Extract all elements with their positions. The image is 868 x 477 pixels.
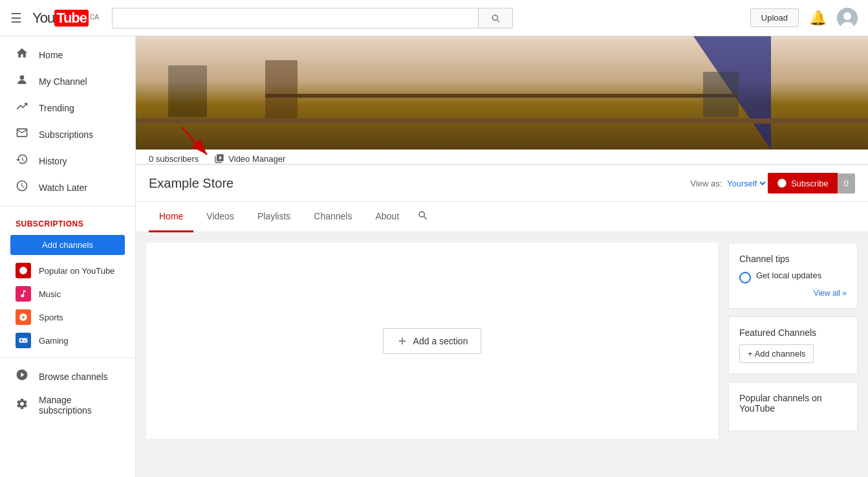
sidebar: Home My Channel Trending Subscriptions H… (0, 36, 136, 477)
channel-info-bar: Example Store View as: Yourself Subscrib… (136, 165, 868, 202)
sub-item-label: Gaming (39, 336, 69, 346)
trending-icon (16, 100, 28, 116)
channel-main-area: Add a section (146, 243, 718, 439)
sidebar-item-history[interactable]: History (0, 148, 135, 174)
view-all-link[interactable]: View all » (739, 289, 847, 298)
sidebar-item-subscriptions[interactable]: Subscriptions (0, 121, 135, 148)
channel-banner (136, 36, 868, 150)
search-input[interactable] (112, 8, 478, 28)
featured-channels-title: Featured Channels (739, 327, 847, 338)
popular-icon (16, 263, 31, 278)
subscribe-button-group: Subscribe 0 (768, 173, 855, 194)
search-bar (112, 8, 513, 28)
sidebar-item-label: History (39, 156, 67, 166)
upload-button[interactable]: Upload (750, 8, 799, 27)
add-channels-widget-button[interactable]: + Add channels (739, 344, 814, 363)
manage-subs-icon (16, 397, 28, 414)
divider2 (0, 357, 135, 358)
right-actions: Upload 🔔 (750, 8, 858, 28)
sidebar-item-label: My Channel (39, 76, 87, 87)
top-navigation: ☰ YouTube CA Upload 🔔 (0, 0, 868, 36)
search-button[interactable] (478, 8, 513, 28)
local-updates-icon (739, 272, 751, 283)
channel-tabs: Home Videos Playlists Channels About (136, 202, 868, 232)
home-icon (16, 47, 28, 63)
divider (0, 206, 135, 206)
tab-playlists[interactable]: Playlists (247, 202, 301, 232)
sidebar-item-label: Trending (39, 103, 74, 113)
tab-about[interactable]: About (365, 202, 409, 232)
logo[interactable]: YouTube CA (32, 10, 99, 27)
sidebar-item-watchlater[interactable]: Watch Later (0, 174, 135, 201)
sports-icon (16, 309, 31, 325)
sidebar-item-label: Subscriptions (39, 129, 93, 140)
hamburger-menu[interactable]: ☰ (10, 10, 22, 26)
add-section-label: Add a section (413, 336, 468, 346)
avatar[interactable] (837, 8, 858, 28)
local-updates-item: Get local updates (739, 271, 847, 283)
browse-channels-icon (16, 368, 28, 384)
svg-point-1 (843, 12, 851, 20)
channel-body: Add a section Channel tips Get local upd… (136, 232, 868, 449)
popular-channels-title: Popular channels on YouTube (739, 393, 847, 414)
tab-videos[interactable]: Videos (196, 202, 244, 232)
add-section-button[interactable]: Add a section (383, 328, 482, 354)
sub-item-label: Music (39, 289, 61, 299)
sub-item-label: Popular on YouTube (39, 266, 114, 276)
sub-item-popular[interactable]: Popular on YouTube (0, 259, 135, 282)
view-as-label: View as: Yourself (690, 178, 768, 189)
sidebar-item-label: Home (39, 50, 63, 60)
channel-tips-widget: Channel tips Get local updates View all … (728, 243, 858, 309)
sidebar-item-home[interactable]: Home (0, 41, 135, 68)
region-badge: CA (90, 14, 99, 21)
channel-tips-title: Channel tips (739, 254, 847, 264)
history-icon (16, 153, 28, 169)
tab-home[interactable]: Home (149, 202, 193, 232)
sidebar-item-label: Watch Later (39, 183, 87, 193)
video-manager-label: Video Manager (228, 154, 285, 164)
tab-search-icon[interactable] (417, 210, 429, 225)
channel-right-sidebar: Channel tips Get local updates View all … (728, 243, 858, 439)
video-manager-link[interactable]: Video Manager (214, 153, 285, 164)
sidebar-item-label: Browse channels (39, 372, 108, 382)
subscriptions-section-title: SUBSCRIPTIONS (0, 212, 135, 231)
sub-item-music[interactable]: Music (0, 282, 135, 305)
sidebar-item-label: Manage subscriptions (39, 395, 120, 416)
sidebar-item-browse-channels[interactable]: Browse channels (0, 363, 135, 390)
subscriptions-icon (16, 126, 28, 142)
subscribe-count: 0 (838, 173, 855, 194)
sidebar-item-trending[interactable]: Trending (0, 94, 135, 121)
watchlater-icon (16, 179, 28, 195)
sub-item-label: Sports (39, 313, 63, 322)
svg-point-3 (20, 75, 25, 80)
sidebar-item-manage-subscriptions[interactable]: Manage subscriptions (0, 390, 135, 421)
featured-channels-widget: Featured Channels + Add channels (728, 316, 858, 374)
view-as-select[interactable]: Yourself (724, 178, 768, 189)
subscribe-button[interactable]: Subscribe (768, 173, 838, 194)
local-updates-label: Get local updates (756, 271, 821, 280)
subscribers-bar: 0 subscribers Video Manager (136, 150, 868, 164)
main-content: 0 subscribers Video Manager (136, 36, 868, 477)
gaming-icon (16, 333, 31, 348)
page-layout: Home My Channel Trending Subscriptions H… (0, 36, 868, 477)
popular-channels-widget: Popular channels on YouTube (728, 382, 858, 431)
mychannel-icon (16, 73, 28, 89)
music-icon (16, 286, 31, 302)
subscribers-bar-wrapper: 0 subscribers Video Manager (136, 150, 868, 165)
channel-name: Example Store (149, 176, 680, 191)
tab-channels[interactable]: Channels (303, 202, 362, 232)
sub-item-gaming[interactable]: Gaming (0, 329, 135, 352)
subscriber-count: 0 subscribers (149, 154, 199, 164)
sub-item-sports[interactable]: Sports (0, 305, 135, 329)
add-channels-button[interactable]: Add channels (10, 235, 125, 255)
notification-bell[interactable]: 🔔 (809, 10, 827, 27)
subscribe-label: Subscribe (791, 179, 829, 188)
sidebar-item-mychannel[interactable]: My Channel (0, 68, 135, 94)
